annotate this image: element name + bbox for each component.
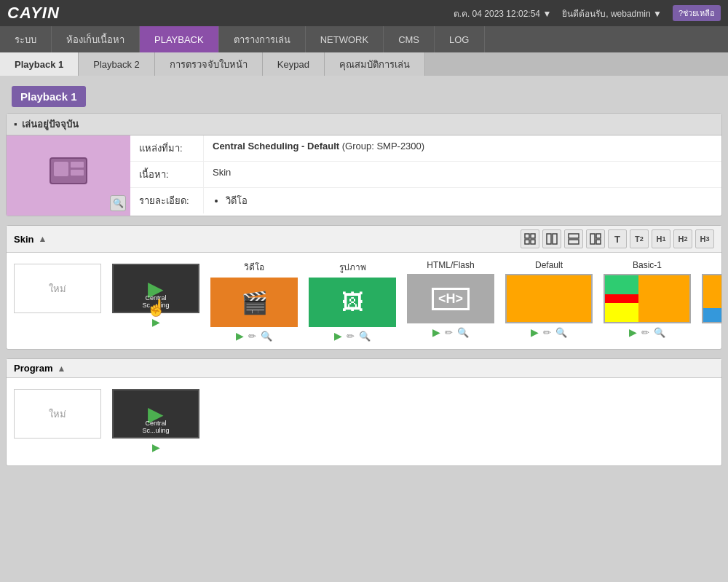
tab-keypad[interactable]: Keypad <box>263 52 325 76</box>
toolbar-icon-3[interactable] <box>564 229 583 248</box>
skin-thumb-html[interactable]: <H> <box>407 274 494 323</box>
nav-system[interactable]: ระบบ <box>0 26 52 52</box>
skin-actions-html: ▶ ✏ 🔍 <box>432 326 469 338</box>
toolbar-icon-h1[interactable]: H1 <box>652 229 670 248</box>
source-row: แหล่งที่มา: Central Scheduling - Default… <box>130 135 721 162</box>
now-playing-section: ▪ เล่นอยู่ปัจจุบัน 🔍 แหล่งที่มา: <box>6 113 722 216</box>
skin-item-html: HTML/Flash <H> ▶ ✏ 🔍 <box>407 260 494 342</box>
play-button-image[interactable]: ▶ <box>334 330 342 342</box>
program-thumb-central[interactable]: ▶ CentralSc...uling <box>112 389 199 439</box>
detail-value: วิดีโอ <box>203 188 721 213</box>
content-area: ▪ เล่นอยู่ปัจจุบัน 🔍 แหล่งที่มา: <box>0 113 728 472</box>
prog-play-button-central[interactable]: ▶ <box>152 441 160 453</box>
tab-verify[interactable]: การตรวจจับใบหน้า <box>155 52 263 76</box>
skin-thumb-new[interactable]: ใหม่ <box>14 264 101 313</box>
play-button-html[interactable]: ▶ <box>432 326 440 338</box>
skin-thumb-central[interactable]: ▶ CentralSc...uling ☝ <box>112 264 199 313</box>
edit-button-default[interactable]: ✏ <box>543 327 551 338</box>
search-button-default[interactable]: 🔍 <box>555 327 567 338</box>
skin-thumb-basic1[interactable] <box>604 274 691 323</box>
play-button-basic1[interactable]: ▶ <box>629 326 637 338</box>
skin-item-central: ▶ CentralSc...uling ☝ ▶ <box>112 260 199 342</box>
header: CAYIN ต.ค. 04 2023 12:02:54 ▼ ยินดีต้อนร… <box>0 0 728 26</box>
search-button-basic1[interactable]: 🔍 <box>654 327 665 338</box>
new-label: ใหม่ <box>49 281 66 296</box>
play-button-video[interactable]: ▶ <box>236 330 244 342</box>
edit-button-image[interactable]: ✏ <box>347 331 355 342</box>
tab-properties[interactable]: คุณสมบัติการเล่น <box>325 52 425 76</box>
search-button-video[interactable]: 🔍 <box>261 331 272 342</box>
svg-rect-6 <box>525 240 529 244</box>
edit-button-video[interactable]: ✏ <box>248 331 256 342</box>
play-button-default[interactable]: ▶ <box>531 326 539 338</box>
user-label: ยินดีต้อนรับ, webadmin ▼ <box>562 7 662 20</box>
skin-items: ใหม่ ▶ CentralSc...uling ☝ ▶ <box>7 253 721 349</box>
skin-header: Skin ▲ T T2 H1 H2 H3 <box>7 226 721 253</box>
svg-rect-7 <box>531 240 535 244</box>
page-title: Playback 1 <box>20 90 77 103</box>
nav-network[interactable]: NETWORK <box>306 26 384 52</box>
play-button-central[interactable]: ▶ <box>152 316 160 328</box>
toolbar-icon-4[interactable] <box>586 229 605 248</box>
thumbnail-search-button[interactable]: 🔍 <box>110 195 126 211</box>
search-button-image[interactable]: 🔍 <box>359 331 371 342</box>
skin-actions-video: ▶ ✏ 🔍 <box>236 330 272 342</box>
tab-playback2[interactable]: Playback 2 <box>79 52 155 76</box>
edit-button-basic1[interactable]: ✏ <box>641 327 649 338</box>
nav-log[interactable]: LOG <box>435 26 484 52</box>
svg-rect-11 <box>569 240 579 244</box>
skin-item-basic1: Basic-1 ▶ ✏ 🔍 <box>604 260 691 342</box>
search-button-html[interactable]: 🔍 <box>457 327 469 338</box>
program-item-central: ▶ CentralSc...uling ▶ <box>112 385 199 458</box>
svg-rect-8 <box>547 234 551 244</box>
toolbar-icon-t2[interactable]: T2 <box>630 229 649 248</box>
program-scroll-area[interactable]: ใหม่ ▶ CentralSc...uling ▶ <box>7 378 721 465</box>
skin-section: Skin ▲ T T2 H1 H2 H3 <box>6 225 722 350</box>
program-thumb-new[interactable]: ใหม่ <box>14 389 101 439</box>
svg-rect-1 <box>54 162 68 176</box>
toolbar-icon-t1[interactable]: T <box>608 229 627 248</box>
image-icon: 🖼 <box>341 290 363 315</box>
skin-item-image: รูปภาพ 🖼 ▶ ✏ 🔍 <box>309 260 396 342</box>
skin-item-basic2: Basic-2 ▶ ✏ 🔍 <box>702 260 721 342</box>
source-label: แหล่งที่มา: <box>130 135 203 161</box>
skin-thumb-image[interactable]: 🖼 <box>309 278 396 327</box>
detail-scroll[interactable]: วิดีโอ <box>213 193 713 208</box>
prog-new-label: ใหม่ <box>49 406 66 422</box>
edit-button-html[interactable]: ✏ <box>445 327 453 338</box>
svg-rect-14 <box>596 240 601 244</box>
html-icon: <H> <box>432 288 470 310</box>
skin-thumb-video[interactable]: 🎬 <box>210 278 298 327</box>
info-table: แหล่งที่มา: Central Scheduling - Default… <box>130 135 721 216</box>
skin-actions-default: ▶ ✏ 🔍 <box>531 326 567 338</box>
program-header: Program ▲ <box>7 359 721 378</box>
detail-row: รายละเอียด: วิดีโอ <box>130 188 721 213</box>
toolbar-icon-1[interactable] <box>521 229 539 248</box>
skin-toolbar: T T2 H1 H2 H3 <box>521 229 714 248</box>
skin-item-default: Default ▶ ✏ 🔍 <box>505 260 593 342</box>
svg-rect-10 <box>569 234 579 238</box>
tab-playback1[interactable]: Playback 1 <box>0 52 79 76</box>
skin-thumb-basic2[interactable] <box>702 274 721 323</box>
datetime: ต.ค. 04 2023 12:02:54 ▼ <box>454 7 552 20</box>
nav-schedule[interactable]: ตารางการเล่น <box>219 26 306 52</box>
now-playing-label: เล่นอยู่ปัจจุบัน <box>22 117 79 132</box>
now-playing-content: 🔍 แหล่งที่มา: Central Scheduling - Defau… <box>7 135 721 216</box>
thumb-icon <box>47 154 90 197</box>
sub-tabs: Playback 1 Playback 2 การตรวจจับใบหน้า K… <box>0 52 728 76</box>
toolbar-icon-2[interactable] <box>542 229 561 248</box>
skin-scroll-area[interactable]: ใหม่ ▶ CentralSc...uling ☝ ▶ <box>7 253 721 349</box>
toolbar-icon-h3[interactable]: H3 <box>695 229 714 248</box>
skin-collapse-button[interactable]: ▲ <box>38 234 47 244</box>
nav-storage[interactable]: ห้องเก็บเนื้อหา <box>52 26 140 52</box>
help-button[interactable]: ?ช่วยเหลือ <box>673 5 721 21</box>
nav-cms[interactable]: CMS <box>384 26 435 52</box>
skin-thumb-default[interactable] <box>505 274 593 323</box>
skin-label-basic1: Basic-1 <box>633 260 662 270</box>
source-value: Central Scheduling - Default (Group: SMP… <box>203 135 721 161</box>
program-collapse-button[interactable]: ▲ <box>57 363 66 374</box>
nav-playback[interactable]: PLAYBACK <box>140 26 219 52</box>
detail-label: รายละเอียด: <box>130 188 203 213</box>
content-value: Skin <box>203 162 721 187</box>
toolbar-icon-h2[interactable]: H2 <box>673 229 692 248</box>
